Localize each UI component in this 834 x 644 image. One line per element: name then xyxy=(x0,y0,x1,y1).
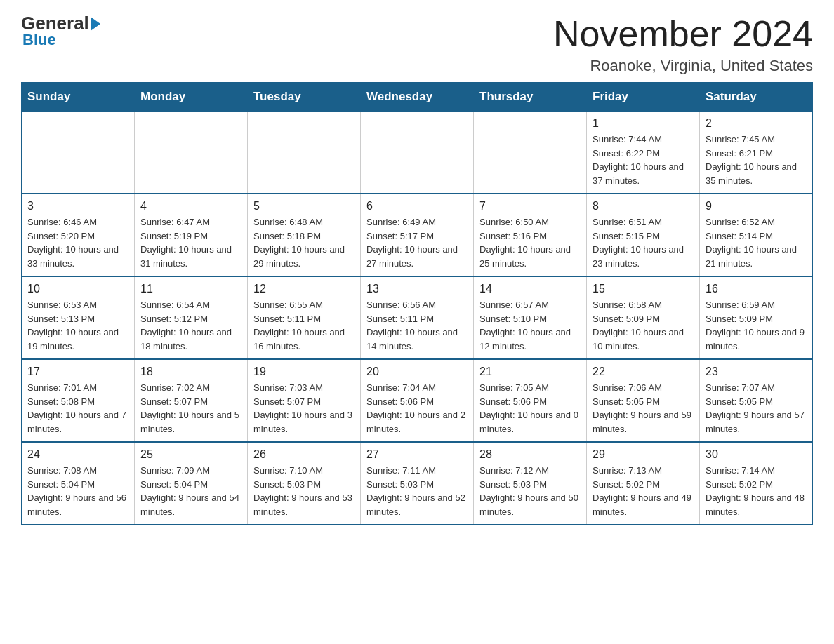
calendar-cell xyxy=(474,112,587,194)
subtitle: Roanoke, Virginia, United States xyxy=(553,57,813,75)
day-number: 19 xyxy=(253,365,355,378)
calendar-cell: 20Sunrise: 7:04 AMSunset: 5:06 PMDayligh… xyxy=(361,359,474,442)
calendar-day-header: Monday xyxy=(135,83,248,112)
day-number: 18 xyxy=(140,365,241,378)
day-info: Sunrise: 6:51 AMSunset: 5:15 PMDaylight:… xyxy=(593,215,694,270)
day-info: Sunrise: 7:10 AMSunset: 5:03 PMDaylight:… xyxy=(253,464,355,518)
day-info: Sunrise: 6:47 AMSunset: 5:19 PMDaylight:… xyxy=(140,215,241,270)
calendar-day-header: Tuesday xyxy=(248,83,361,112)
calendar-week-row: 1Sunrise: 7:44 AMSunset: 6:22 PMDaylight… xyxy=(22,112,813,194)
calendar-cell: 28Sunrise: 7:12 AMSunset: 5:03 PMDayligh… xyxy=(474,442,587,525)
day-number: 16 xyxy=(706,283,807,295)
calendar-header-row: SundayMondayTuesdayWednesdayThursdayFrid… xyxy=(22,83,813,112)
calendar-cell: 26Sunrise: 7:10 AMSunset: 5:03 PMDayligh… xyxy=(248,442,361,525)
calendar-cell: 2Sunrise: 7:45 AMSunset: 6:21 PMDaylight… xyxy=(700,112,813,194)
day-info: Sunrise: 7:04 AMSunset: 5:06 PMDaylight:… xyxy=(366,381,468,436)
day-number: 8 xyxy=(593,200,694,213)
calendar-week-row: 17Sunrise: 7:01 AMSunset: 5:08 PMDayligh… xyxy=(22,359,813,442)
day-number: 24 xyxy=(27,448,128,461)
calendar-cell xyxy=(22,112,135,194)
calendar-cell xyxy=(135,112,248,194)
calendar-day-header: Friday xyxy=(587,83,700,112)
calendar-cell xyxy=(361,112,474,194)
calendar-cell: 23Sunrise: 7:07 AMSunset: 5:05 PMDayligh… xyxy=(700,359,813,442)
calendar-week-row: 3Sunrise: 6:46 AMSunset: 5:20 PMDaylight… xyxy=(22,194,813,276)
calendar-cell: 4Sunrise: 6:47 AMSunset: 5:19 PMDaylight… xyxy=(135,194,248,276)
day-info: Sunrise: 7:05 AMSunset: 5:06 PMDaylight:… xyxy=(479,381,581,436)
calendar-day-header: Wednesday xyxy=(361,83,474,112)
calendar-cell: 3Sunrise: 6:46 AMSunset: 5:20 PMDaylight… xyxy=(22,194,135,276)
day-number: 23 xyxy=(706,365,807,378)
calendar-cell: 15Sunrise: 6:58 AMSunset: 5:09 PMDayligh… xyxy=(587,276,700,359)
day-info: Sunrise: 6:46 AMSunset: 5:20 PMDaylight:… xyxy=(27,215,128,270)
main-title: November 2024 xyxy=(553,14,813,54)
calendar-day-header: Sunday xyxy=(22,83,135,112)
day-info: Sunrise: 6:58 AMSunset: 5:09 PMDaylight:… xyxy=(593,298,694,353)
day-number: 3 xyxy=(27,200,128,213)
calendar-cell: 21Sunrise: 7:05 AMSunset: 5:06 PMDayligh… xyxy=(474,359,587,442)
day-number: 9 xyxy=(706,200,807,213)
calendar-cell: 13Sunrise: 6:56 AMSunset: 5:11 PMDayligh… xyxy=(361,276,474,359)
calendar-table: SundayMondayTuesdayWednesdayThursdayFrid… xyxy=(21,82,813,525)
calendar-day-header: Thursday xyxy=(474,83,587,112)
calendar-cell: 12Sunrise: 6:55 AMSunset: 5:11 PMDayligh… xyxy=(248,276,361,359)
calendar-cell: 29Sunrise: 7:13 AMSunset: 5:02 PMDayligh… xyxy=(587,442,700,525)
day-number: 28 xyxy=(479,448,581,461)
calendar-cell: 25Sunrise: 7:09 AMSunset: 5:04 PMDayligh… xyxy=(135,442,248,525)
day-info: Sunrise: 6:50 AMSunset: 5:16 PMDaylight:… xyxy=(479,215,581,270)
title-area: November 2024 Roanoke, Virginia, United … xyxy=(553,14,813,75)
day-number: 6 xyxy=(366,200,468,213)
calendar-cell: 5Sunrise: 6:48 AMSunset: 5:18 PMDaylight… xyxy=(248,194,361,276)
day-info: Sunrise: 6:53 AMSunset: 5:13 PMDaylight:… xyxy=(27,298,128,353)
calendar-cell: 11Sunrise: 6:54 AMSunset: 5:12 PMDayligh… xyxy=(135,276,248,359)
day-info: Sunrise: 7:12 AMSunset: 5:03 PMDaylight:… xyxy=(479,464,581,518)
day-info: Sunrise: 6:57 AMSunset: 5:10 PMDaylight:… xyxy=(479,298,581,353)
calendar-cell: 14Sunrise: 6:57 AMSunset: 5:10 PMDayligh… xyxy=(474,276,587,359)
calendar-cell: 18Sunrise: 7:02 AMSunset: 5:07 PMDayligh… xyxy=(135,359,248,442)
day-info: Sunrise: 6:59 AMSunset: 5:09 PMDaylight:… xyxy=(706,298,807,353)
day-number: 1 xyxy=(593,117,694,130)
day-info: Sunrise: 7:11 AMSunset: 5:03 PMDaylight:… xyxy=(366,464,468,518)
day-info: Sunrise: 6:55 AMSunset: 5:11 PMDaylight:… xyxy=(253,298,355,353)
day-info: Sunrise: 7:08 AMSunset: 5:04 PMDaylight:… xyxy=(27,464,128,518)
day-number: 22 xyxy=(593,365,694,378)
day-number: 4 xyxy=(140,200,241,213)
calendar-cell: 22Sunrise: 7:06 AMSunset: 5:05 PMDayligh… xyxy=(587,359,700,442)
day-info: Sunrise: 6:52 AMSunset: 5:14 PMDaylight:… xyxy=(706,215,807,270)
day-info: Sunrise: 7:07 AMSunset: 5:05 PMDaylight:… xyxy=(706,381,807,436)
day-info: Sunrise: 7:45 AMSunset: 6:21 PMDaylight:… xyxy=(706,133,807,187)
calendar-cell xyxy=(248,112,361,194)
day-info: Sunrise: 7:09 AMSunset: 5:04 PMDaylight:… xyxy=(140,464,241,518)
calendar-cell: 9Sunrise: 6:52 AMSunset: 5:14 PMDaylight… xyxy=(700,194,813,276)
day-number: 14 xyxy=(479,283,581,295)
day-info: Sunrise: 6:56 AMSunset: 5:11 PMDaylight:… xyxy=(366,298,468,353)
day-number: 2 xyxy=(706,117,807,130)
page-header: General Blue November 2024 Roanoke, Virg… xyxy=(21,14,813,75)
day-info: Sunrise: 7:13 AMSunset: 5:02 PMDaylight:… xyxy=(593,464,694,518)
logo-arrow-icon xyxy=(91,17,100,31)
day-number: 25 xyxy=(140,448,241,461)
day-number: 7 xyxy=(479,200,581,213)
calendar-cell: 16Sunrise: 6:59 AMSunset: 5:09 PMDayligh… xyxy=(700,276,813,359)
day-number: 21 xyxy=(479,365,581,378)
day-info: Sunrise: 6:49 AMSunset: 5:17 PMDaylight:… xyxy=(366,215,468,270)
day-info: Sunrise: 7:44 AMSunset: 6:22 PMDaylight:… xyxy=(593,133,694,187)
day-number: 12 xyxy=(253,283,355,295)
calendar-cell: 6Sunrise: 6:49 AMSunset: 5:17 PMDaylight… xyxy=(361,194,474,276)
calendar-day-header: Saturday xyxy=(700,83,813,112)
calendar-week-row: 10Sunrise: 6:53 AMSunset: 5:13 PMDayligh… xyxy=(22,276,813,359)
day-number: 29 xyxy=(593,448,694,461)
logo: General Blue xyxy=(21,14,100,49)
day-info: Sunrise: 6:54 AMSunset: 5:12 PMDaylight:… xyxy=(140,298,241,353)
calendar-cell: 7Sunrise: 6:50 AMSunset: 5:16 PMDaylight… xyxy=(474,194,587,276)
day-number: 10 xyxy=(27,283,128,295)
calendar-cell: 10Sunrise: 6:53 AMSunset: 5:13 PMDayligh… xyxy=(22,276,135,359)
day-number: 20 xyxy=(366,365,468,378)
day-info: Sunrise: 7:06 AMSunset: 5:05 PMDaylight:… xyxy=(593,381,694,436)
calendar-cell: 1Sunrise: 7:44 AMSunset: 6:22 PMDaylight… xyxy=(587,112,700,194)
logo-general: General xyxy=(21,14,89,32)
day-info: Sunrise: 7:03 AMSunset: 5:07 PMDaylight:… xyxy=(253,381,355,436)
calendar-cell: 30Sunrise: 7:14 AMSunset: 5:02 PMDayligh… xyxy=(700,442,813,525)
calendar-week-row: 24Sunrise: 7:08 AMSunset: 5:04 PMDayligh… xyxy=(22,442,813,525)
day-info: Sunrise: 7:01 AMSunset: 5:08 PMDaylight:… xyxy=(27,381,128,436)
